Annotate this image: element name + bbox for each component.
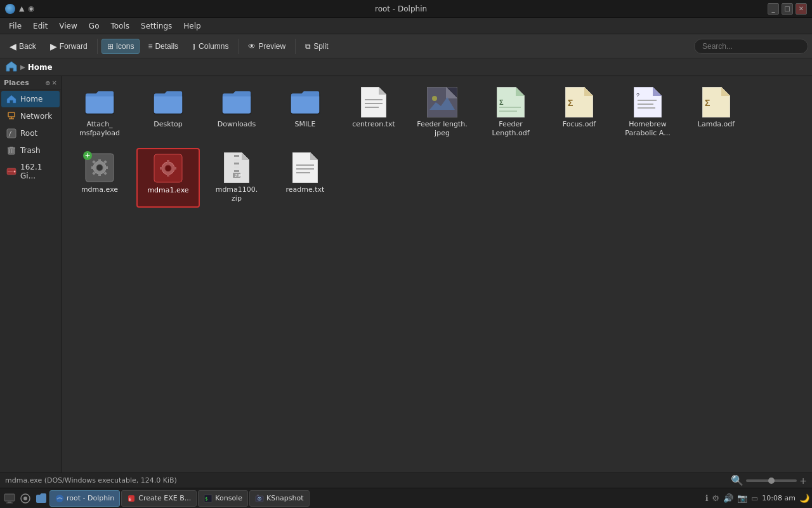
split-button[interactable]: ⧉ Split	[299, 39, 334, 54]
file-item-smile[interactable]: SMILE	[273, 83, 337, 143]
titlebar-left: ▲ ◉	[5, 4, 34, 14]
close-button[interactable]: ✕	[796, 3, 807, 15]
odf-icon-lamda: Σ	[701, 87, 731, 117]
file-label-feeder-odf: Feeder Length.odf	[492, 120, 529, 138]
sidebar-header: Places ⊕ ✕	[0, 76, 61, 90]
menu-edit[interactable]: Edit	[28, 20, 53, 32]
preview-label: Preview	[258, 42, 285, 51]
file-label-desktop: Desktop	[154, 120, 182, 129]
taskbar-konsole[interactable]: $ Konsole	[198, 490, 248, 507]
kde-version: ▲	[19, 4, 24, 13]
exe-icon-mdma: +	[84, 152, 115, 183]
taskbar-desktop-icon[interactable]	[3, 491, 16, 505]
file-item-attach[interactable]: Attach_ msfpayload	[68, 83, 131, 143]
zip-icon-mdma1100: ZIP	[221, 152, 252, 183]
jpeg-icon-feeder	[427, 87, 457, 117]
file-label-downloads: Downloads	[218, 120, 256, 129]
sidebar-item-trash[interactable]: Trash	[1, 142, 60, 159]
create-exe-icon: E	[127, 494, 136, 503]
file-item-desktop[interactable]: Desktop	[136, 83, 200, 143]
search-input[interactable]	[694, 39, 808, 54]
svg-point-18	[432, 96, 437, 101]
file-item-feeder-jpeg[interactable]: Feeder length. jpeg	[410, 83, 474, 143]
file-item-centreon[interactable]: centreon.txt	[342, 83, 405, 143]
svg-point-41	[165, 165, 171, 171]
breadcrumb-home[interactable]: Home	[28, 63, 53, 72]
file-area: Attach_ msfpayload Desktop	[62, 76, 812, 472]
svg-rect-24	[638, 100, 657, 101]
svg-text:ZIP: ZIP	[235, 173, 242, 178]
taskbar-ksnapshot-label: KSnapshot	[266, 494, 304, 502]
taskbar-create-exe[interactable]: E Create EXE B...	[121, 490, 197, 507]
file-item-mdma1-exe[interactable]: mdma1.exe	[136, 148, 200, 208]
minimize-button[interactable]: _	[768, 3, 779, 15]
file-label-attach: Attach_ msfpayload	[79, 120, 120, 138]
sidebar-item-root[interactable]: / Root	[1, 125, 60, 142]
svg-rect-45	[173, 167, 176, 170]
root-icon: /	[6, 128, 16, 138]
titlebar-title: root - Dolphin	[34, 4, 768, 13]
forward-label: Forward	[60, 42, 88, 51]
svg-rect-0	[8, 112, 15, 117]
sidebar-item-home[interactable]: Home	[1, 91, 60, 107]
forward-button[interactable]: ▶ Forward	[44, 38, 93, 55]
sidebar-item-network[interactable]: Network	[1, 108, 60, 124]
tray-volume-icon[interactable]: 🔊	[723, 493, 733, 503]
taskbar-left-icons	[3, 491, 48, 505]
preview-icon: 👁	[248, 42, 256, 51]
taskbar-dolphin[interactable]: root - Dolphin	[49, 490, 120, 507]
add-badge: +	[83, 151, 92, 160]
zoom-slider-thumb	[768, 478, 775, 484]
menu-file[interactable]: File	[4, 20, 27, 32]
taskbar-ksnapshot[interactable]: KSnapshot	[249, 490, 310, 507]
maximize-button[interactable]: □	[782, 3, 793, 15]
sidebar-header-label: Places	[4, 79, 29, 87]
network-icon	[6, 111, 16, 121]
file-label-centreon: centreon.txt	[352, 120, 395, 129]
sidebar-network-label: Network	[20, 112, 52, 121]
taskbar-folder-icon[interactable]	[34, 491, 48, 505]
file-item-mdma1100[interactable]: ZIP mdma1100. zip	[205, 148, 268, 208]
back-button[interactable]: ◀ Back	[4, 38, 42, 55]
details-button[interactable]: ≡ Details	[142, 39, 184, 54]
file-item-readme[interactable]: readme.txt	[273, 148, 337, 208]
menu-go[interactable]: Go	[84, 20, 105, 32]
file-item-homebrew[interactable]: ? Homebrew Parabolic A...	[616, 83, 679, 143]
file-item-downloads[interactable]: Downloads	[205, 83, 268, 143]
file-item-focus[interactable]: Σ Focus.odf	[547, 83, 611, 143]
svg-point-60	[23, 497, 27, 500]
columns-button[interactable]: ⫿ Columns	[187, 39, 234, 54]
menu-tools[interactable]: Tools	[105, 20, 134, 32]
menu-view[interactable]: View	[54, 20, 82, 32]
sidebar-close-icon[interactable]: ✕	[52, 79, 57, 86]
svg-rect-25	[638, 104, 653, 105]
file-item-feeder-odf[interactable]: Σ Feeder Length.odf	[479, 83, 542, 143]
zoom-out-button[interactable]: 🔍	[731, 474, 743, 486]
file-item-mdma-exe[interactable]: +	[68, 148, 131, 208]
tray-camera-icon[interactable]: 📷	[737, 493, 747, 503]
titlebar-controls: _ □ ✕	[768, 3, 807, 15]
breadcrumb-arrow: ▶	[20, 64, 25, 70]
menubar: File Edit View Go Tools Settings Help	[0, 18, 812, 34]
svg-rect-26	[638, 107, 655, 109]
icons-button[interactable]: ⊞ Icons	[102, 39, 140, 54]
svg-text:?: ?	[636, 92, 639, 98]
zoom-in-button[interactable]: +	[799, 476, 807, 486]
menu-settings[interactable]: Settings	[136, 20, 177, 32]
svg-rect-43	[167, 173, 169, 177]
zoom-slider[interactable]	[746, 479, 797, 482]
taskbar-settings-icon[interactable]	[18, 491, 32, 505]
toolbar: ◀ Back ▶ Forward ⊞ Icons ≡ Details ⫿ Col…	[0, 34, 812, 58]
file-label-readme: readme.txt	[286, 185, 325, 194]
sidebar-lock-icon[interactable]: ⊕	[45, 79, 50, 86]
taskbar-dolphin-label: root - Dolphin	[67, 494, 114, 502]
svg-rect-7	[10, 147, 13, 148]
back-label: Back	[19, 42, 36, 51]
columns-label: Columns	[199, 42, 228, 51]
svg-point-30	[96, 164, 103, 171]
file-item-lamda[interactable]: Σ Lamda.odf	[684, 83, 748, 143]
preview-button[interactable]: 👁 Preview	[242, 39, 291, 54]
sidebar-item-drive[interactable]: 162.1 Gi...	[1, 159, 60, 184]
menu-help[interactable]: Help	[178, 20, 206, 32]
forward-icon: ▶	[50, 41, 57, 51]
